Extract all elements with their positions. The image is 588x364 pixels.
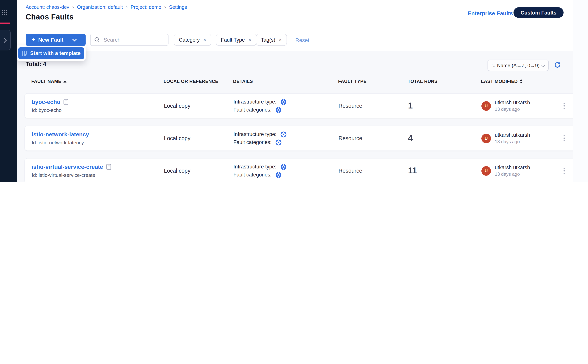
table-header-row: FAULT NAME LOCAL OR REFERENCE DETAILS FA…: [25, 79, 576, 84]
local-or-reference-value: Local copy: [164, 135, 190, 141]
grid-menu-icon[interactable]: [2, 10, 7, 15]
enterprise-faults-link[interactable]: Enterprise Faults: [468, 10, 513, 16]
filter-chip-tags[interactable]: Tag(s) ×: [256, 34, 287, 46]
table-row[interactable]: istio-virtual-service-create Id: istio-v…: [25, 158, 576, 182]
chevron-right-icon: [2, 38, 7, 42]
total-runs-value: 4: [408, 133, 413, 143]
fault-categories-label: Fault categories:: [234, 139, 272, 145]
copy-document-icon[interactable]: [63, 99, 68, 105]
total-runs-value: 11: [408, 166, 417, 175]
kubernetes-icon: [280, 99, 286, 105]
local-or-reference-value: Local copy: [164, 168, 190, 174]
column-details: DETAILS: [233, 79, 253, 84]
total-count-label: Total: 4: [26, 61, 46, 68]
search-icon: [94, 37, 100, 42]
close-icon[interactable]: ×: [203, 37, 206, 43]
page-title: Chaos Faults: [26, 13, 73, 21]
sort-asc-triangle: [64, 80, 67, 82]
infrastructure-type-label: Infrastructure type:: [234, 99, 276, 105]
search-input[interactable]: [103, 36, 168, 43]
modified-by: utkarsh.utkarsh: [495, 165, 530, 170]
kebab-menu-icon[interactable]: [562, 101, 566, 110]
sort-updown-triangles: [520, 79, 522, 84]
chip-label: Category: [179, 37, 200, 43]
column-local-or-reference: LOCAL OR REFERENCE: [163, 79, 218, 84]
chip-label: Tag(s): [261, 37, 275, 43]
chevron-down-icon: [541, 63, 545, 67]
fault-id: Id: byoc-echo: [32, 107, 164, 113]
left-nav-sidebar: i i: [0, 0, 17, 182]
table-row[interactable]: byoc-echo Id: byoc-echo Local copy Infra…: [25, 93, 576, 118]
modified-time: 13 days ago: [495, 107, 530, 112]
new-fault-dropdown: Start with a template: [17, 46, 85, 61]
filter-chip-category[interactable]: Category ×: [174, 34, 211, 46]
column-label: FAULT NAME: [31, 79, 61, 84]
fault-categories-label: Fault categories:: [234, 172, 272, 178]
library-template-icon: [22, 51, 27, 56]
fault-name-link[interactable]: istio-virtual-service-create: [32, 163, 103, 170]
fault-type-value: Resource: [339, 168, 362, 174]
main-content: Account: chaos-dev › Organization: defau…: [17, 0, 588, 182]
filter-chip-fault-type[interactable]: Fault Type ×: [216, 34, 256, 46]
kubernetes-icon: [275, 107, 281, 113]
avatar: U: [481, 166, 491, 176]
fault-id: Id: istio-virtual-service-create: [32, 172, 164, 178]
fault-name-link[interactable]: byoc-echo: [32, 98, 60, 105]
start-with-template-menu-item[interactable]: Start with a template: [18, 47, 84, 59]
fault-name-link[interactable]: istio-network-latency: [32, 131, 89, 137]
breadcrumb-separator: ›: [164, 4, 166, 10]
new-fault-button[interactable]: + New Fault: [26, 34, 85, 46]
breadcrumb-account[interactable]: Account: chaos-dev: [26, 4, 69, 10]
close-icon[interactable]: ×: [279, 37, 282, 43]
column-label: LAST MODIFIED: [481, 79, 518, 84]
kubernetes-icon: [275, 172, 281, 178]
copy-document-icon[interactable]: [106, 164, 111, 170]
modified-by: utkarsh.utkarsh: [495, 132, 530, 138]
sort-select[interactable]: ↑↓ Name (A→Z, 0→9): [488, 60, 549, 71]
column-last-modified[interactable]: LAST MODIFIED: [481, 79, 522, 84]
breadcrumb-separator: ›: [72, 4, 74, 10]
breadcrumb-organization[interactable]: Organization: default: [77, 4, 123, 10]
plus-icon: +: [32, 36, 36, 44]
total-runs-value: 1: [408, 101, 413, 110]
column-fault-name[interactable]: FAULT NAME: [31, 79, 67, 84]
template-menu-label: Start with a template: [30, 50, 81, 56]
kebab-menu-icon[interactable]: [562, 134, 566, 143]
close-icon[interactable]: ×: [248, 37, 251, 43]
search-box[interactable]: [90, 34, 169, 46]
content-right-border: [573, 0, 573, 182]
breadcrumb-separator: ›: [126, 4, 128, 10]
column-total-runs: TOTAL RUNS: [408, 79, 438, 84]
fault-id: Id: istio-network-latency: [32, 140, 164, 145]
nav-collapsed-item[interactable]: [0, 30, 11, 50]
accent-line: [0, 23, 10, 24]
reset-filters-link[interactable]: Reset: [295, 37, 309, 43]
chevron-down-icon[interactable]: [72, 37, 77, 41]
chip-label: Fault Type: [221, 37, 245, 43]
table-row[interactable]: istio-network-latency Id: istio-network-…: [25, 126, 576, 151]
fault-categories-label: Fault categories:: [234, 107, 272, 113]
breadcrumb: Account: chaos-dev › Organization: defau…: [26, 4, 187, 10]
new-fault-label: New Fault: [38, 37, 63, 43]
refresh-button[interactable]: [554, 61, 561, 68]
modified-time: 13 days ago: [495, 139, 530, 144]
sort-value: Name (A→Z, 0→9): [497, 62, 542, 68]
modified-by: utkarsh.utkarsh: [495, 100, 530, 105]
kebab-menu-icon[interactable]: [562, 166, 566, 176]
avatar: U: [481, 101, 491, 110]
infrastructure-type-label: Infrastructure type:: [234, 131, 276, 137]
breadcrumb-settings[interactable]: Settings: [169, 4, 187, 10]
kubernetes-icon: [280, 164, 286, 170]
local-or-reference-value: Local copy: [164, 103, 190, 109]
button-divider: [68, 37, 68, 43]
fault-type-value: Resource: [339, 135, 362, 141]
modified-time: 13 days ago: [495, 171, 530, 177]
column-fault-type: FAULT TYPE: [338, 79, 366, 84]
refresh-icon: [554, 61, 561, 68]
breadcrumb-project[interactable]: Project: demo: [131, 4, 161, 10]
avatar: U: [481, 134, 491, 143]
right-gutter: [573, 0, 588, 182]
custom-faults-button[interactable]: Custom Faults: [514, 7, 563, 18]
fault-type-value: Resource: [339, 103, 362, 109]
kubernetes-icon: [280, 131, 286, 137]
